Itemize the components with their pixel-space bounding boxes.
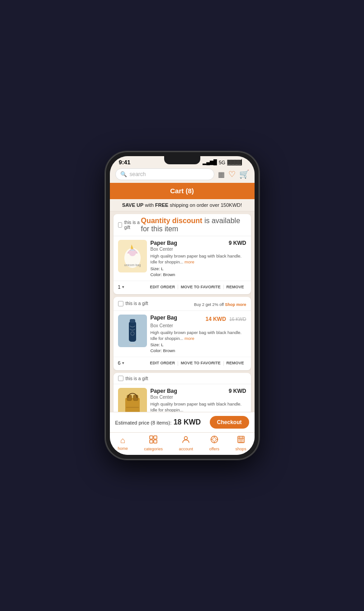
item-1-body: unicorn bag Paper Bag 9 KWD Box Center H… xyxy=(113,236,251,281)
nav-home[interactable]: ⌂ home xyxy=(118,436,128,451)
home-icon: ⌂ xyxy=(120,436,125,445)
item-1-qty-value: 1 xyxy=(118,284,121,290)
account-label: account xyxy=(179,447,194,451)
item-2-price-group: 14 KWD 16 KWD xyxy=(205,315,246,323)
shop-more-2[interactable]: Shop more xyxy=(225,302,246,307)
item-1-more[interactable]: more xyxy=(184,259,194,264)
shops-label: shops xyxy=(236,447,246,451)
item-3-name: Paper Bag xyxy=(151,388,177,394)
save-mid: with xyxy=(145,202,155,208)
item-1-remove-btn[interactable]: REMOVE xyxy=(224,283,246,291)
checkout-button[interactable]: Checkout xyxy=(210,416,249,429)
item-2-remove-btn[interactable]: REMOVE xyxy=(224,359,246,367)
item-1-actions: 1 ▾ EDIT ORDER | MOVE TO FAVORITE | REMO… xyxy=(113,281,251,294)
item-1-qty[interactable]: 1 ▾ xyxy=(118,284,131,290)
cart-item-3: this is a gift paper bag xyxy=(113,373,251,412)
item-3-brand: Box Center xyxy=(151,395,246,400)
cart-content: this is a gift Quantity discount is avai… xyxy=(110,211,255,412)
item-2-actions: 6 ▾ EDIT ORDER | MOVE TO FAVORITE | REMO… xyxy=(113,357,251,370)
nav-offers[interactable]: offers xyxy=(209,435,219,451)
svg-rect-15 xyxy=(150,436,153,439)
nav-account[interactable]: account xyxy=(179,435,194,451)
item-2-gift[interactable]: this is a gift xyxy=(118,301,148,306)
svg-rect-6 xyxy=(130,319,135,323)
save-end: shipping on order over 150KWD! xyxy=(170,202,242,208)
item-1-header: this is a gift Quantity discount is avai… xyxy=(113,214,251,236)
gift-checkbox-1[interactable] xyxy=(118,222,122,228)
item-3-desc: High quality brown paper bag with black … xyxy=(151,401,246,412)
item-2-edit-btn[interactable]: EDIT ORDER xyxy=(148,359,178,367)
svg-rect-16 xyxy=(154,436,157,439)
status-time: 9:41 xyxy=(119,159,131,166)
checkout-bar: Estimated price (8 items): 18 KWD Checko… xyxy=(110,412,255,432)
svg-rect-13 xyxy=(126,407,139,408)
item-2-header: this is a gift Buy 2 get 2% off Shop mor… xyxy=(113,297,251,311)
status-icons: ▂▄▆█ 5G ▓▓▓▓▏ xyxy=(203,159,245,165)
svg-rect-17 xyxy=(150,440,153,443)
gift-label-2: this is a gift xyxy=(126,301,148,306)
item-1-edit-btn[interactable]: EDIT ORDER xyxy=(148,283,178,291)
nav-categories[interactable]: categories xyxy=(144,435,163,451)
item-1-name: Paper Bag xyxy=(151,240,177,246)
svg-rect-22 xyxy=(238,436,244,443)
svg-text:bottle: bottle xyxy=(129,343,136,346)
phone-frame: 9:41 ▂▄▆█ 5G ▓▓▓▓▏ 🔍 search ▦ ♡ 🛒 Cart (… xyxy=(105,152,259,459)
item-1-gift[interactable]: this is a gift xyxy=(118,220,141,230)
buy-deal-2: Buy 2 get 2% off xyxy=(194,302,225,307)
item-1-discount: Quantity discount is available for this … xyxy=(141,217,246,233)
gift-checkbox-2[interactable] xyxy=(118,301,123,306)
cart-item-2: this is a gift Buy 2 get 2% off Shop mor… xyxy=(113,297,251,371)
save-bold1: SAVE UP xyxy=(122,202,143,208)
header: 🔍 search ▦ ♡ 🛒 xyxy=(110,167,255,183)
svg-point-19 xyxy=(184,437,188,440)
item-2-body: bottle Paper Bag 14 KWD 16 KWD Box Cente… xyxy=(113,311,251,357)
gift-label-3: this is a gift xyxy=(126,376,148,381)
search-placeholder: search xyxy=(130,171,146,177)
svg-rect-5 xyxy=(129,321,136,342)
offers-label: offers xyxy=(209,447,219,451)
item-1-image: unicorn bag xyxy=(118,240,147,272)
item-2-favorite-btn[interactable]: MOVE TO FAVORITE xyxy=(179,359,223,367)
item-1-color: Color: Brown xyxy=(151,272,246,277)
estimated-price: 18 KWD xyxy=(174,418,201,426)
offers-icon xyxy=(210,435,218,446)
home-label: home xyxy=(118,446,128,451)
barcode-icon[interactable]: ▦ xyxy=(218,170,225,179)
header-actions: ▦ ♡ 🛒 xyxy=(218,169,249,179)
item-3-details: Paper Bag 9 KWD Box Center High quality … xyxy=(151,388,246,412)
discount-text-1: Quantity discount xyxy=(141,217,202,224)
item-2-brand: Box Center xyxy=(151,323,246,328)
item-2-more[interactable]: more xyxy=(184,336,194,341)
cart-icon[interactable]: 🛒 xyxy=(239,169,249,179)
item-1-details: Paper Bag 9 KWD Box Center High quality … xyxy=(151,240,246,277)
item-2-deal: Buy 2 get 2% off Shop more xyxy=(194,300,246,308)
wishlist-icon[interactable]: ♡ xyxy=(228,169,236,179)
nav-shops[interactable]: shops xyxy=(236,435,246,451)
gift-label-1: this is a gift xyxy=(124,220,141,230)
item-2-size: Size: L xyxy=(151,342,246,347)
item-1-price: 9 KWD xyxy=(229,240,246,246)
item-2-name: Paper Bag xyxy=(151,315,177,321)
search-icon: 🔍 xyxy=(120,171,127,177)
item-2-qty-value: 6 xyxy=(118,360,121,366)
svg-point-21 xyxy=(213,438,216,441)
signal-icon: ▂▄▆█ xyxy=(203,159,217,165)
item-3-gift[interactable]: this is a gift xyxy=(118,376,148,381)
cart-item-1: this is a gift Quantity discount is avai… xyxy=(113,214,251,294)
item-3-image: paper bag xyxy=(118,388,147,412)
gift-checkbox-3[interactable] xyxy=(118,376,123,381)
save-bold2: FREE xyxy=(155,202,168,208)
network-label: 5G xyxy=(219,160,226,165)
qty-chevron-1: ▾ xyxy=(122,285,124,289)
categories-icon xyxy=(149,435,157,446)
search-bar[interactable]: 🔍 search xyxy=(115,168,214,180)
svg-rect-18 xyxy=(154,440,157,443)
item-2-qty[interactable]: 6 ▾ xyxy=(118,360,131,366)
categories-label: categories xyxy=(144,447,163,451)
qty-chevron-2: ▾ xyxy=(122,361,124,365)
phone-screen: 9:41 ▂▄▆█ 5G ▓▓▓▓▏ 🔍 search ▦ ♡ 🛒 Cart (… xyxy=(110,156,255,455)
item-1-favorite-btn[interactable]: MOVE TO FAVORITE xyxy=(179,283,223,291)
item-1-brand: Box Center xyxy=(151,247,246,252)
shops-icon xyxy=(237,435,245,446)
save-banner: SAVE UP with FREE shipping on order over… xyxy=(110,199,255,211)
